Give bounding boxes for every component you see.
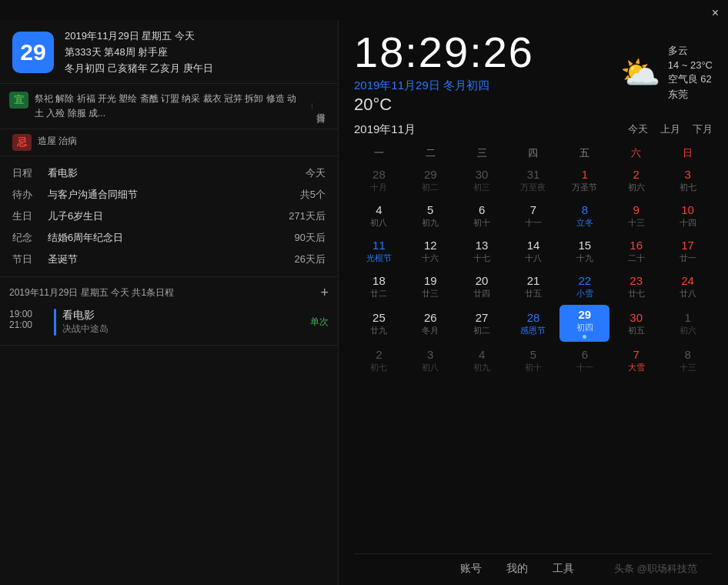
cal-solar: 13: [476, 239, 489, 252]
cal-lunar: 廿四: [473, 288, 490, 299]
cal-solar: 4: [376, 203, 382, 216]
cal-weekday: 日: [663, 143, 713, 163]
event-title: 看电影: [62, 309, 304, 323]
cal-lunar: 初二: [473, 325, 490, 336]
cal-cell[interactable]: 24廿八: [663, 269, 713, 303]
cal-solar: 29: [424, 168, 437, 181]
cal-solar: 2: [376, 348, 382, 361]
cal-cell[interactable]: 12十六: [406, 234, 456, 268]
cal-solar: 30: [476, 168, 489, 181]
cal-cell[interactable]: 20廿四: [457, 269, 507, 303]
cal-cell[interactable]: 25廿九: [354, 305, 404, 342]
schedule-label: 节日: [12, 252, 40, 266]
cal-cell[interactable]: 6初十: [457, 199, 507, 232]
cal-cell[interactable]: 17廿一: [663, 234, 713, 268]
cal-cell[interactable]: 3初八: [406, 343, 456, 377]
event-item[interactable]: 19:00 21:00 看电影 决战中途岛 单次: [9, 304, 329, 340]
cal-lunar: 光棍节: [366, 252, 392, 264]
cal-solar: 3: [684, 168, 690, 181]
cal-cell[interactable]: 23廿七: [611, 269, 661, 303]
cal-lunar: 廿二: [370, 288, 387, 299]
cal-cell[interactable]: 30初五: [611, 305, 661, 342]
cal-cell[interactable]: 28感恩节: [509, 305, 559, 342]
cal-lunar: 廿九: [370, 325, 387, 336]
clock-temp: 20°C: [354, 95, 534, 115]
cal-cell[interactable]: 29初二: [406, 163, 456, 197]
cal-cell[interactable]: 9十三: [611, 199, 661, 232]
cal-cell[interactable]: 3初七: [663, 163, 713, 197]
schedule-row: 待办 与客户沟通合同细节 共5个: [12, 184, 326, 206]
cal-solar: 8: [582, 203, 588, 216]
ze-ji-btn[interactable]: 择吉日: [312, 103, 329, 109]
cal-cell[interactable]: 26冬月: [406, 305, 456, 342]
add-event-button[interactable]: +: [320, 285, 329, 301]
cal-cell[interactable]: 7大雪: [611, 343, 661, 377]
cal-solar: 1: [684, 311, 690, 324]
cal-solar: 30: [629, 311, 643, 324]
cal-solar: 18: [372, 274, 386, 287]
ji-badge: 忌: [12, 134, 32, 151]
nav-item-我的[interactable]: 我的: [506, 562, 528, 576]
watermark: 头条 @职场科技范: [614, 562, 697, 576]
cal-cell[interactable]: 5初九: [406, 199, 456, 232]
weather-city: 东莞: [668, 88, 713, 102]
cal-cell[interactable]: 8立冬: [559, 199, 609, 232]
cal-cell[interactable]: 4初八: [354, 199, 404, 232]
cal-solar: 6: [479, 203, 485, 216]
cal-solar: 28: [527, 311, 540, 324]
cal-cell[interactable]: 11光棍节: [354, 234, 404, 268]
cal-solar: 4: [479, 348, 485, 361]
cal-cell[interactable]: 16二十: [611, 234, 661, 268]
cal-cell[interactable]: 1初六: [663, 305, 713, 342]
cal-cell[interactable]: 19廿三: [406, 269, 456, 303]
weather-aqi: 空气良 62: [668, 72, 713, 86]
today-header-text: 2019年11月29日 星期五 今天 共1条日程: [9, 286, 174, 299]
schedule-label: 纪念: [12, 231, 40, 245]
cal-prev-month-nav[interactable]: 上月: [660, 122, 680, 137]
schedule-row: 纪念 结婚6周年纪念日 90天后: [12, 227, 326, 249]
cal-lunar: 初八: [422, 362, 439, 373]
cal-cell[interactable]: 15十九: [559, 234, 609, 268]
right-panel: 18:29:26 2019年11月29日 冬月初四 20°C ⛅ 多云 14 ~…: [339, 20, 728, 585]
schedule-content: 结婚6周年纪念日: [40, 231, 295, 245]
cal-cell[interactable]: 10十四: [663, 199, 713, 232]
cal-cell[interactable]: 5初十: [509, 343, 559, 377]
cal-cell[interactable]: 27初二: [457, 305, 507, 342]
cal-cell[interactable]: 1万圣节: [559, 163, 609, 197]
cal-today-nav[interactable]: 今天: [628, 122, 648, 137]
cal-cell[interactable]: 14十八: [509, 234, 559, 268]
nav-item-工具[interactable]: 工具: [553, 562, 574, 576]
cal-cell[interactable]: 2初七: [354, 343, 404, 377]
cal-weekday: 四: [509, 143, 559, 163]
cal-cell[interactable]: 21廿五: [509, 269, 559, 303]
cal-cell[interactable]: 22小雪: [559, 269, 609, 303]
cal-cell[interactable]: 7十一: [509, 199, 559, 232]
cal-cell[interactable]: 31万至夜: [509, 163, 559, 197]
schedule-count: 今天: [306, 166, 326, 180]
cal-lunar: 初四: [576, 322, 593, 333]
cal-cell[interactable]: 30初三: [457, 163, 507, 197]
cal-cell[interactable]: 8十三: [663, 343, 713, 377]
cal-cell[interactable]: 28十月: [354, 163, 404, 197]
weather-icon: ⛅: [620, 54, 660, 92]
cal-lunar: 小雪: [576, 288, 593, 299]
cal-month-label: 2019年11月: [354, 122, 416, 137]
cal-next-month-nav[interactable]: 下月: [693, 122, 713, 137]
cal-cell[interactable]: 13十七: [457, 234, 507, 268]
close-button[interactable]: ×: [712, 6, 719, 20]
cal-cell[interactable]: 18廿二: [354, 269, 404, 303]
cal-solar: 27: [476, 311, 489, 324]
nav-item-账号[interactable]: 账号: [460, 562, 482, 576]
cal-solar: 11: [372, 239, 386, 252]
day-badge: 29: [12, 32, 54, 73]
cal-cell[interactable]: 2初六: [611, 163, 661, 197]
cal-cell[interactable]: 4初九: [457, 343, 507, 377]
cal-cell[interactable]: 29初四: [559, 305, 609, 342]
cal-lunar: 十一: [576, 362, 593, 373]
today-header-bar: 2019年11月29日 星期五 今天 共1条日程 +: [9, 282, 329, 304]
cal-cell[interactable]: 6十一: [559, 343, 609, 377]
clock-time: 18:29:26: [354, 31, 534, 74]
cal-solar: 26: [424, 311, 437, 324]
cal-lunar: 廿八: [680, 288, 696, 299]
cal-solar: 7: [530, 203, 536, 216]
